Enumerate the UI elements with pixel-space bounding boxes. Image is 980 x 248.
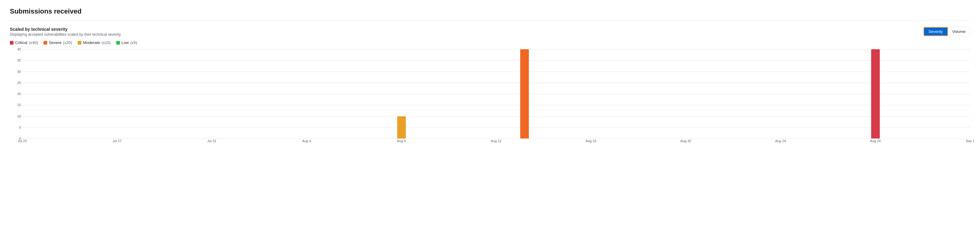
bar-2 xyxy=(871,49,880,139)
x-label-aug-16: Aug 16 xyxy=(585,139,597,143)
legend-suffix-moderate: (x10) xyxy=(102,40,111,45)
y-label-25: 25 xyxy=(10,81,21,85)
x-label-sep-1: Sep 1 xyxy=(966,139,975,143)
legend-label-moderate: Moderate xyxy=(83,40,100,45)
legend-suffix-severe: (x20) xyxy=(63,40,72,45)
bar-column-1 xyxy=(520,49,529,139)
bar-1 xyxy=(520,49,529,139)
chart-legend: Critical (x40) Severe (x20) Moderate (x1… xyxy=(10,40,970,45)
legend-item-critical: Critical (x40) xyxy=(10,40,38,45)
y-label-10: 10 xyxy=(10,114,21,118)
legend-suffix-critical: (x40) xyxy=(29,40,38,45)
x-labels-area: Jul 23Jul 27Jul 31Aug 4Aug 9Aug 12Aug 16… xyxy=(22,139,970,148)
chart-title: Scaled by technical severity xyxy=(10,27,121,32)
chart-title-block: Scaled by technical severity Displaying … xyxy=(10,27,121,36)
bar-column-2 xyxy=(871,49,880,139)
page-container: Submissions received Scaled by technical… xyxy=(0,0,980,155)
chart-area: Jul 23Jul 27Jul 31Aug 4Aug 9Aug 12Aug 16… xyxy=(10,49,970,148)
bar-0 xyxy=(397,116,406,139)
chart-subtitle: Displaying accepted vulnerabilities scal… xyxy=(10,32,121,36)
legend-label-severe: Severe xyxy=(49,40,61,45)
x-label-aug-20: Aug 20 xyxy=(680,139,691,143)
section-divider xyxy=(10,20,970,21)
x-label-aug-24: Aug 24 xyxy=(775,139,786,143)
bar-column-0 xyxy=(397,116,406,139)
x-label-aug-9: Aug 9 xyxy=(397,139,406,143)
legend-item-low: Low (x5) xyxy=(116,40,137,45)
legend-suffix-low: (x5) xyxy=(130,40,137,45)
x-label-aug-28: Aug 28 xyxy=(870,139,881,143)
legend-dot-moderate xyxy=(78,41,81,44)
y-label-15: 15 xyxy=(10,103,21,107)
x-label-jul-31: Jul 31 xyxy=(207,139,216,143)
x-label-aug-4: Aug 4 xyxy=(302,139,311,143)
x-label-jul-27: Jul 27 xyxy=(113,139,121,143)
legend-dot-low xyxy=(116,41,120,44)
legend-item-moderate: Moderate (x10) xyxy=(78,40,111,45)
legend-dot-critical xyxy=(10,41,14,44)
y-label-20: 20 xyxy=(10,92,21,96)
y-label-5: 5 xyxy=(10,126,21,129)
y-label-30: 30 xyxy=(10,70,21,74)
legend-label-low: Low xyxy=(121,40,129,45)
legend-dot-severe xyxy=(43,41,47,44)
y-label-35: 35 xyxy=(10,58,21,62)
severity-toggle-button[interactable]: Severity xyxy=(924,27,948,36)
page-title: Submissions received xyxy=(10,7,970,16)
view-toggle-group: Severity Volume xyxy=(923,27,970,36)
legend-label-critical: Critical xyxy=(15,40,27,45)
chart-header: Scaled by technical severity Displaying … xyxy=(10,27,970,36)
legend-item-severe: Severe (x20) xyxy=(43,40,72,45)
volume-toggle-button[interactable]: Volume xyxy=(948,27,970,36)
bars-area xyxy=(22,49,970,139)
y-label-40: 40 xyxy=(10,47,21,51)
x-label-aug-12: Aug 12 xyxy=(491,139,502,143)
y-label-0: 0 xyxy=(10,137,21,140)
